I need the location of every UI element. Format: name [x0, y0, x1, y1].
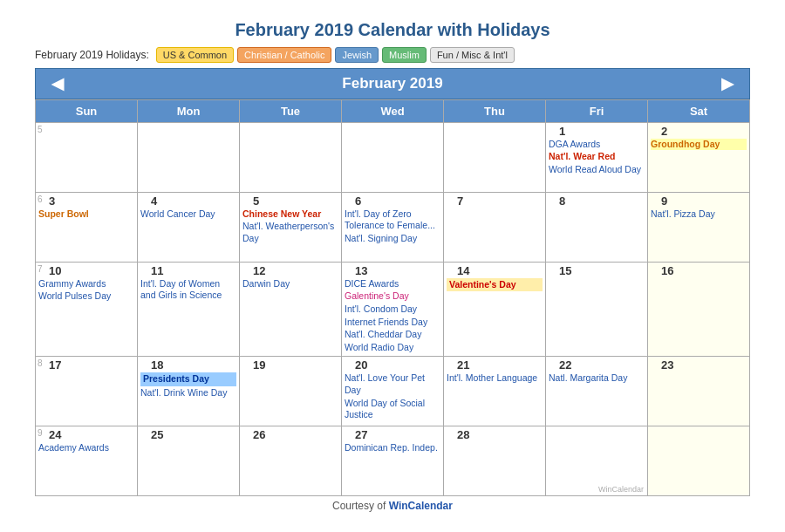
holiday-tab-muslim[interactable]: Muslim	[382, 47, 427, 63]
table-row	[138, 122, 240, 192]
table-row	[648, 426, 750, 496]
table-row: 20 Nat'l. Love Your Pet Day World Day of…	[342, 357, 444, 426]
table-row: 7	[444, 192, 546, 262]
next-month-button[interactable]: ▶	[716, 74, 739, 93]
list-item: DICE Awards	[345, 278, 440, 290]
list-item: Int'l. Day of Women and Girls in Science	[140, 278, 236, 302]
table-row: 25	[138, 426, 240, 496]
list-item: Int'l. Mother Language	[447, 372, 543, 385]
holiday-tab-fun[interactable]: Fun / Misc & Int'l	[430, 47, 515, 63]
table-row: 26	[240, 426, 342, 496]
holiday-tab-us[interactable]: US & Common	[156, 47, 234, 63]
table-row: 16	[648, 262, 750, 357]
list-item: World Pulses Day	[38, 290, 134, 303]
holidays-bar: February 2019 Holidays: US & Common Chri…	[35, 47, 750, 63]
table-row: 21 Int'l. Mother Language	[444, 357, 546, 426]
list-item: World Read Aloud Day	[549, 164, 645, 176]
list-item: Nat'l. Weatherperson's Day	[242, 221, 338, 244]
month-year-title: February 2019	[342, 75, 442, 92]
list-item: Nat'l. Signing Day	[345, 233, 440, 245]
col-sat: Sat	[648, 99, 750, 122]
list-item: Nat'l. Wear Red	[549, 151, 645, 163]
col-mon: Mon	[138, 99, 240, 122]
table-row: 8	[546, 192, 648, 262]
list-item: Dominican Rep. Indep.	[345, 442, 440, 454]
calendar-nav: ◀ February 2019 ▶	[35, 68, 750, 99]
list-item: Nat'l. Love Your Pet Day	[345, 372, 440, 396]
courtesy-text: Courtesy of WinCalendar	[35, 500, 750, 512]
list-item: Int'l. Condom Day	[345, 304, 440, 316]
list-item: Internet Friends Day	[345, 317, 440, 329]
col-thu: Thu	[444, 99, 546, 122]
table-row: 28	[444, 426, 546, 496]
table-row: 2 Groundhog Day	[648, 122, 750, 192]
holiday-tab-jewish[interactable]: Jewish	[335, 47, 379, 63]
list-item: Darwin Day	[242, 278, 338, 290]
list-item: Grammy Awards	[38, 278, 134, 290]
table-row: 5 Chinese New Year Nat'l. Weatherperson'…	[240, 192, 342, 262]
col-sun: Sun	[36, 99, 138, 122]
holidays-label: February 2019 Holidays:	[35, 49, 149, 61]
list-item: World Radio Day	[345, 342, 440, 354]
table-row: 8 17	[36, 357, 138, 426]
table-row: 9 Nat'l. Pizza Day	[648, 192, 750, 262]
table-row: 6 Int'l. Day of Zero Tolerance to Female…	[342, 192, 444, 262]
col-wed: Wed	[342, 99, 444, 122]
list-item: Groundhog Day	[651, 139, 747, 151]
table-row	[444, 122, 546, 192]
list-item: Nat'l. Drink Wine Day	[140, 387, 236, 399]
table-row: 7 10 Grammy Awards World Pulses Day	[36, 262, 138, 357]
col-tue: Tue	[240, 99, 342, 122]
table-row: 5	[36, 122, 138, 192]
table-row: 13 DICE Awards Galentine's Day Int'l. Co…	[342, 262, 444, 357]
list-item: Presidents Day	[140, 372, 236, 386]
page-title: February 2019 Calendar with Holidays	[35, 20, 750, 40]
table-row: 23	[648, 357, 750, 426]
prev-month-button[interactable]: ◀	[46, 74, 69, 93]
table-row: 6 3 Super Bowl	[36, 192, 138, 262]
table-row: WinCalendar	[546, 426, 648, 496]
list-item: World Day of Social Justice	[345, 398, 440, 421]
list-item: DGA Awards	[549, 139, 645, 151]
table-row: 12 Darwin Day	[240, 262, 342, 357]
table-row: 11 Int'l. Day of Women and Girls in Scie…	[138, 262, 240, 357]
table-row: 18 Presidents Day Nat'l. Drink Wine Day	[138, 357, 240, 426]
col-fri: Fri	[546, 99, 648, 122]
table-row: 15	[546, 262, 648, 357]
table-row	[240, 122, 342, 192]
table-row: 27 Dominican Rep. Indep.	[342, 426, 444, 496]
list-item: Super Bowl	[38, 208, 134, 221]
wincalendar-link[interactable]: WinCalendar	[389, 500, 453, 512]
list-item: Nat'l. Cheddar Day	[345, 329, 440, 341]
table-row: 14 Valentine's Day	[444, 262, 546, 357]
table-row: 9 24 Academy Awards	[36, 426, 138, 496]
calendar-table: Sun Mon Tue Wed Thu Fri Sat 5 1 DGA Awar…	[35, 99, 750, 497]
table-row	[342, 122, 444, 192]
list-item: Academy Awards	[38, 442, 134, 454]
table-row: 4 World Cancer Day	[138, 192, 240, 262]
table-row: 1 DGA Awards Nat'l. Wear Red World Read …	[546, 122, 648, 192]
list-item: Galentine's Day	[345, 290, 440, 303]
list-item: Chinese New Year	[242, 208, 338, 221]
table-row: 19	[240, 357, 342, 426]
holiday-tab-christian[interactable]: Christian / Catholic	[237, 47, 331, 63]
list-item: Int'l. Day of Zero Tolerance to Female..…	[345, 208, 440, 232]
list-item: Valentine's Day	[447, 278, 543, 292]
wincalendar-credit: WinCalendar	[598, 485, 644, 494]
list-item: Natl. Margarita Day	[549, 372, 645, 385]
table-row: 22 Natl. Margarita Day	[546, 357, 648, 426]
list-item: World Cancer Day	[140, 208, 236, 221]
list-item: Nat'l. Pizza Day	[651, 208, 747, 221]
